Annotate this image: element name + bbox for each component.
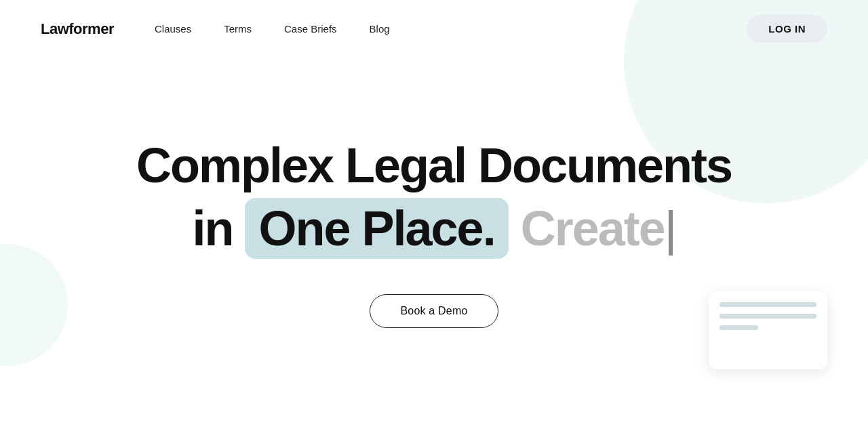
nav-case-briefs[interactable]: Case Briefs xyxy=(284,23,337,35)
nav-clauses[interactable]: Clauses xyxy=(155,23,191,35)
login-button[interactable]: LOG IN xyxy=(747,15,827,43)
hero-section: Complex Legal Documents in One Place. Cr… xyxy=(0,58,868,328)
hero-animated-text: Create| xyxy=(521,201,676,256)
hero-animated-word: Create xyxy=(521,201,665,256)
book-demo-button[interactable]: Book a Demo xyxy=(370,294,498,328)
nav-blog[interactable]: Blog xyxy=(370,23,390,35)
hero-title-line1: Complex Legal Documents xyxy=(136,139,732,192)
navbar: Lawformer Clauses Terms Case Briefs Blog… xyxy=(0,0,868,58)
hero-highlight: One Place. xyxy=(245,198,508,259)
nav-terms[interactable]: Terms xyxy=(224,23,252,35)
hero-title-line2: in One Place. Create| xyxy=(192,198,675,259)
hero-in-text: in xyxy=(192,201,233,256)
logo[interactable]: Lawformer xyxy=(41,20,114,38)
hero-cursor: | xyxy=(665,201,676,256)
nav-links: Clauses Terms Case Briefs Blog xyxy=(155,23,747,35)
